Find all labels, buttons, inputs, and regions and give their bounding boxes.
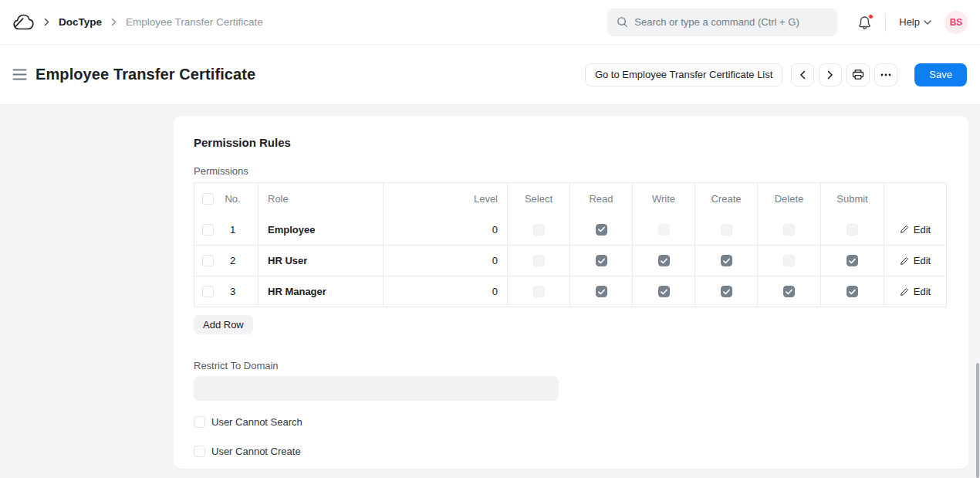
row-select-checkbox[interactable]	[202, 255, 214, 266]
go-to-list-button[interactable]: Go to Employee Transfer Certificate List	[585, 63, 782, 86]
breadcrumb: DocType Employee Transfer Certificate	[12, 13, 263, 31]
create-checkbox[interactable]	[721, 286, 732, 297]
breadcrumb-current: Employee Transfer Certificate	[126, 16, 263, 28]
section-title: Permission Rules	[194, 136, 948, 149]
page-title: Employee Transfer Certificate	[35, 66, 255, 83]
submit-checkbox[interactable]	[847, 224, 858, 236]
grid-header-cell-actions	[884, 183, 946, 214]
write-checkbox[interactable]	[658, 286, 670, 297]
grid-header-delete-label: Delete	[775, 193, 804, 205]
grid-header-cell-delete: Delete	[758, 183, 821, 214]
select-checkbox[interactable]	[533, 255, 545, 266]
grid-header-cell-role: Role	[259, 183, 384, 214]
level-value: 0	[492, 255, 498, 266]
grid-header-no-label: No.	[214, 193, 258, 205]
grid-header-role-label: Role	[268, 193, 289, 205]
edit-row-button[interactable]: Edit	[900, 255, 931, 266]
notification-dot	[868, 14, 874, 19]
pencil-icon	[900, 256, 909, 266]
write-checkbox[interactable]	[658, 255, 670, 266]
user-cannot-create-checkbox[interactable]	[194, 446, 205, 457]
next-document-button[interactable]	[819, 63, 842, 86]
permission-table-row: 3HR Manager0Edit	[194, 276, 946, 307]
add-row-button[interactable]: Add Row	[194, 315, 253, 334]
breadcrumb-doctype[interactable]: DocType	[59, 16, 102, 28]
grid-header-create-label: Create	[711, 193, 741, 205]
app-logo-icon[interactable]	[12, 13, 35, 31]
grid-cell-role[interactable]: Employee	[259, 214, 384, 245]
edit-row-button[interactable]: Edit	[900, 286, 931, 297]
save-button[interactable]: Save	[914, 63, 967, 86]
global-search[interactable]	[607, 8, 837, 36]
delete-checkbox[interactable]	[783, 255, 795, 266]
grid-cell-no: 1	[194, 214, 259, 245]
delete-checkbox[interactable]	[783, 224, 795, 236]
notifications-bell-icon[interactable]	[857, 15, 872, 30]
user-cannot-create-checkbox-row[interactable]: User Cannot Create	[194, 446, 948, 457]
read-checkbox[interactable]	[596, 286, 607, 297]
vertical-scrollbar-thumb[interactable]	[976, 363, 979, 478]
grid-cell-level[interactable]: 0	[384, 214, 508, 245]
print-button[interactable]	[847, 63, 870, 86]
grid-cell-create	[695, 276, 758, 307]
role-name: HR User	[268, 255, 307, 266]
read-checkbox[interactable]	[596, 224, 607, 236]
read-checkbox[interactable]	[596, 255, 607, 266]
menu-icon[interactable]	[12, 69, 27, 80]
delete-checkbox[interactable]	[783, 286, 795, 297]
grid-cell-role[interactable]: HR User	[259, 246, 384, 276]
navbar: DocType Employee Transfer Certificate He…	[0, 0, 980, 45]
user-cannot-search-checkbox[interactable]	[194, 416, 205, 428]
grid-cell-role[interactable]: HR Manager	[259, 276, 384, 307]
select-all-checkbox[interactable]	[202, 193, 214, 205]
create-checkbox[interactable]	[721, 255, 732, 266]
submit-checkbox[interactable]	[847, 286, 858, 297]
grid-cell-delete	[758, 246, 821, 276]
grid-cell-level[interactable]: 0	[384, 246, 508, 276]
create-checkbox[interactable]	[721, 224, 732, 236]
user-cannot-search-label: User Cannot Search	[211, 416, 302, 428]
edit-label: Edit	[914, 255, 931, 266]
search-input[interactable]	[634, 16, 828, 28]
grid-cell-submit	[821, 214, 884, 245]
permissions-field-label: Permissions	[194, 165, 948, 177]
level-value: 0	[492, 224, 498, 236]
grid-cell-submit	[821, 276, 884, 307]
row-select-checkbox[interactable]	[202, 224, 214, 236]
row-number: 1	[214, 224, 258, 236]
help-menu[interactable]: Help	[899, 16, 931, 28]
select-checkbox[interactable]	[533, 286, 545, 297]
row-select-checkbox[interactable]	[202, 286, 214, 297]
grid-cell-level[interactable]: 0	[384, 276, 508, 307]
edit-row-button[interactable]: Edit	[900, 224, 931, 236]
role-name: Employee	[268, 224, 315, 236]
grid-cell-no: 3	[194, 276, 259, 307]
pencil-icon	[900, 287, 909, 297]
grid-cell-write	[633, 276, 695, 307]
write-checkbox[interactable]	[658, 224, 670, 236]
prev-document-button[interactable]	[791, 63, 814, 86]
role-name: HR Manager	[268, 286, 326, 297]
grid-cell-read	[570, 276, 633, 307]
grid-cell-delete	[758, 276, 821, 307]
more-options-button[interactable]	[874, 63, 897, 86]
grid-header-cell-submit: Submit	[821, 183, 884, 214]
grid-cell-submit	[821, 246, 884, 276]
avatar[interactable]: BS	[945, 11, 968, 34]
grid-cell-no: 2	[194, 246, 259, 276]
grid-cell-actions: Edit	[884, 214, 946, 245]
chevron-right-icon	[44, 18, 49, 26]
submit-checkbox[interactable]	[847, 255, 858, 266]
grid-header-cell-read: Read	[570, 183, 633, 214]
grid-cell-write	[633, 214, 695, 245]
restrict-to-domain-input[interactable]	[194, 376, 559, 401]
grid-header-cell-select: Select	[508, 183, 570, 214]
select-checkbox[interactable]	[533, 224, 545, 236]
row-number: 3	[214, 286, 258, 297]
grid-header-cell-no: No.	[194, 183, 259, 214]
chevron-right-icon	[111, 18, 117, 26]
help-label: Help	[899, 16, 920, 28]
grid-header-select-label: Select	[525, 193, 553, 205]
user-cannot-search-checkbox-row[interactable]: User Cannot Search	[194, 416, 948, 428]
edit-label: Edit	[914, 286, 931, 297]
